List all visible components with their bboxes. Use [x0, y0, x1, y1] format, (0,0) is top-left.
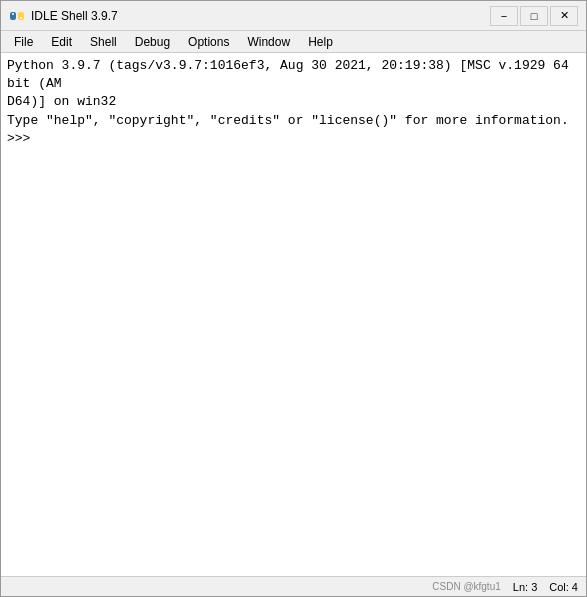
menu-debug[interactable]: Debug [126, 32, 179, 52]
close-button[interactable]: ✕ [550, 6, 578, 26]
shell-line-3: Type "help", "copyright", "credits" or "… [7, 112, 580, 130]
status-bar: CSDN @kfgtu1 Ln: 3 Col: 4 [1, 576, 586, 596]
window-controls: − □ ✕ [490, 6, 578, 26]
menu-options[interactable]: Options [179, 32, 238, 52]
app-icon [9, 8, 25, 24]
shell-line-2: D64)] on win32 [7, 93, 580, 111]
menu-shell[interactable]: Shell [81, 32, 126, 52]
watermark: CSDN @kfgtu1 [432, 581, 501, 592]
line-status: Ln: 3 [513, 581, 537, 593]
shell-content[interactable]: Python 3.9.7 (tags/v3.9.7:1016ef3, Aug 3… [1, 53, 586, 576]
shell-prompt[interactable]: >>> [7, 130, 580, 148]
minimize-button[interactable]: − [490, 6, 518, 26]
title-bar: IDLE Shell 3.9.7 − □ ✕ [1, 1, 586, 31]
col-status: Col: 4 [549, 581, 578, 593]
svg-point-3 [20, 17, 22, 19]
menu-bar: File Edit Shell Debug Options Window Hel… [1, 31, 586, 53]
shell-line-1: Python 3.9.7 (tags/v3.9.7:1016ef3, Aug 3… [7, 57, 580, 93]
window-title: IDLE Shell 3.9.7 [31, 9, 490, 23]
menu-edit[interactable]: Edit [42, 32, 81, 52]
svg-point-2 [12, 13, 14, 15]
menu-help[interactable]: Help [299, 32, 342, 52]
menu-window[interactable]: Window [238, 32, 299, 52]
menu-file[interactable]: File [5, 32, 42, 52]
idle-window: IDLE Shell 3.9.7 − □ ✕ File Edit Shell D… [0, 0, 587, 597]
maximize-button[interactable]: □ [520, 6, 548, 26]
